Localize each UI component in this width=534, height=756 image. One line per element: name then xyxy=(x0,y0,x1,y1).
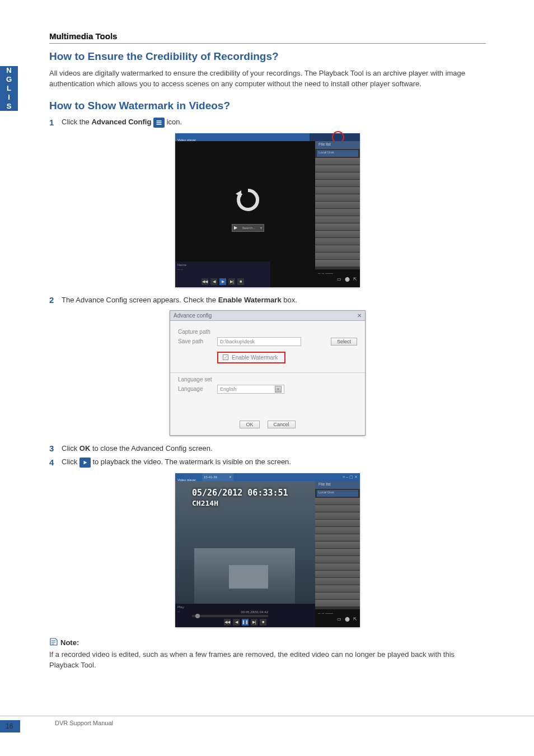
svg-rect-1 xyxy=(157,122,162,123)
page-footer: DVR Support Manual xyxy=(0,716,534,732)
s3-sidebar-entry: Local Disk xyxy=(317,490,358,497)
list-item xyxy=(315,534,360,541)
page-content: Multimedia Tools How to Ensure the Credi… xyxy=(49,31,486,670)
s1-sidebar-entry: Local Disk xyxy=(317,150,358,157)
cancel-button: Cancel xyxy=(268,421,296,428)
note-icon xyxy=(49,637,58,648)
step-4-text: Click to playback the video. The waterma… xyxy=(62,458,291,468)
screenshot-player-watermark: Video player 15-41-36 ✕ ≡ – ▢ ✕ 05/26/20… xyxy=(175,473,360,627)
rewind-icon: ◀◀ xyxy=(202,278,208,285)
next-icon: ▶| xyxy=(251,619,257,626)
s3-progress-slider xyxy=(192,615,268,617)
list-item xyxy=(315,158,360,165)
enable-watermark-checkbox: ✓ xyxy=(223,354,228,360)
save-path-row: Save path D:\backup\desk Select xyxy=(178,337,357,346)
enable-watermark-label: Enable Watermark xyxy=(232,354,278,361)
layout-icon: ▭ xyxy=(337,617,341,622)
note-header: Note: xyxy=(49,637,486,648)
heading-watermark: How to Show Watermark in Videos? xyxy=(49,100,486,112)
step-3-bold: OK xyxy=(79,444,91,452)
list-item xyxy=(315,209,360,216)
section-divider xyxy=(49,43,486,44)
step-3-text: Click OK to close the Advanced Config sc… xyxy=(62,444,213,452)
step-1-text: Click the Advanced Config icon. xyxy=(62,118,182,128)
s3-rb-icons: ▭ ⬤ ⇱ xyxy=(315,617,360,622)
list-item xyxy=(315,527,360,534)
svg-rect-0 xyxy=(157,120,162,122)
list-item xyxy=(315,172,360,179)
note-label: Note: xyxy=(60,638,79,647)
step-1-post: icon. xyxy=(167,118,182,126)
step-2-bold: Enable Watermark xyxy=(218,296,282,304)
s1-playback-controls: ◀◀ ◀ ▶ ▶| ■ xyxy=(202,278,244,285)
next-icon: ▶| xyxy=(228,278,235,285)
close-icon: ✕ xyxy=(229,475,232,479)
dialog-title-bar: Advance config ✕ xyxy=(170,311,365,321)
s3-topbar: Video player 15-41-36 ✕ ≡ – ▢ ✕ xyxy=(175,473,360,481)
list-item xyxy=(315,187,360,194)
save-path-label: Save path xyxy=(178,338,213,344)
chevron-down-icon: ▾ xyxy=(275,386,282,393)
list-item xyxy=(315,563,360,570)
section-label: Multimedia Tools xyxy=(49,31,486,41)
list-item xyxy=(315,542,360,548)
svg-rect-2 xyxy=(157,124,162,125)
enable-watermark-row: ✓ Enable Watermark xyxy=(217,352,285,363)
step-4: 4 Click to playback the video. The water… xyxy=(49,458,486,468)
advanced-config-icon xyxy=(153,118,165,128)
stop-icon: ■ xyxy=(260,619,266,626)
svg-marker-4 xyxy=(83,460,87,464)
s3-playback-controls: ◀◀ ◀ ❚❚ ▶| ■ xyxy=(224,619,266,626)
maximize-icon: ▢ xyxy=(349,475,353,479)
s3-meta-1: Play xyxy=(177,605,184,609)
watermark-timestamp: 05/26/2012 06:33:51 xyxy=(192,488,288,498)
step-1-number: 1 xyxy=(49,118,57,127)
list-item xyxy=(315,520,360,526)
step-3-number: 3 xyxy=(49,444,57,453)
s3-file-tab: 15-41-36 ✕ xyxy=(202,473,233,481)
step-4-number: 4 xyxy=(49,458,57,467)
ok-button: OK xyxy=(240,421,259,428)
s1-bottom-bar: Name -- -- ◀◀ ◀ ▶ ▶| ■ xyxy=(175,262,270,287)
language-label: Language xyxy=(178,386,213,392)
list-item xyxy=(315,202,360,208)
s1-rb-icons: ▭ ⬤ ⇱ xyxy=(315,277,360,282)
s1-meta-1: Name xyxy=(177,263,186,267)
s1-video-area: ▶ Search... ▾ Name -- -- ◀◀ ◀ ▶ ▶| ■ xyxy=(175,141,315,287)
play-button-icon xyxy=(79,458,91,468)
s1-meta: Name -- -- xyxy=(177,263,186,271)
menu-icon: ≡ xyxy=(343,475,345,479)
s3-meta: Play -- xyxy=(177,605,184,613)
note-text: If a recorded video is edited, such as w… xyxy=(49,650,486,671)
s1-sidebar-rows xyxy=(315,158,360,267)
s1-sidebar: File list Local Disk -- -- --- xyxy=(315,141,360,287)
screenshot-advance-config-dialog: Advance config ✕ Capture path Save path … xyxy=(170,310,366,436)
dialog-body: Capture path Save path D:\backup\desk Se… xyxy=(170,321,365,435)
list-item xyxy=(315,505,360,512)
list-item xyxy=(315,223,360,230)
record-icon: ⬤ xyxy=(345,617,350,622)
language-set-label: Language set xyxy=(178,376,213,382)
step-3-pre: Click xyxy=(62,444,79,452)
page-number: 16 xyxy=(6,722,13,730)
list-item xyxy=(315,556,360,563)
s3-sidebar-bottom: -- -- ------ ▭ ⬤ ⇱ xyxy=(315,609,360,627)
list-item xyxy=(315,238,360,245)
step-2-post: box. xyxy=(282,296,297,304)
s3-topright-icons: ≡ – ▢ ✕ xyxy=(338,473,360,481)
save-path-input: D:\backup\desk xyxy=(217,337,301,346)
step-1-pre: Click the xyxy=(62,118,91,126)
step-2-text: The Advance Config screen appears. Check… xyxy=(62,296,297,304)
footer-manual-title: DVR Support Manual xyxy=(55,720,113,726)
list-item xyxy=(315,592,360,599)
minimize-icon: – xyxy=(346,475,348,479)
s3-sidebar-tab: File list xyxy=(315,481,360,489)
list-item xyxy=(315,585,360,592)
step-3-post: to close the Advanced Config screen. xyxy=(90,444,212,452)
refresh-icon xyxy=(234,186,262,214)
s3-sidebar-rows xyxy=(315,498,360,606)
step-3: 3 Click OK to close the Advanced Config … xyxy=(49,444,486,453)
s1-chip-label: Search... xyxy=(242,226,255,230)
s3-bottom-bar: Play -- 00:05,28/01:04:42 ◀◀ ◀ ❚❚ ▶| ■ xyxy=(175,604,315,627)
list-item xyxy=(315,216,360,223)
